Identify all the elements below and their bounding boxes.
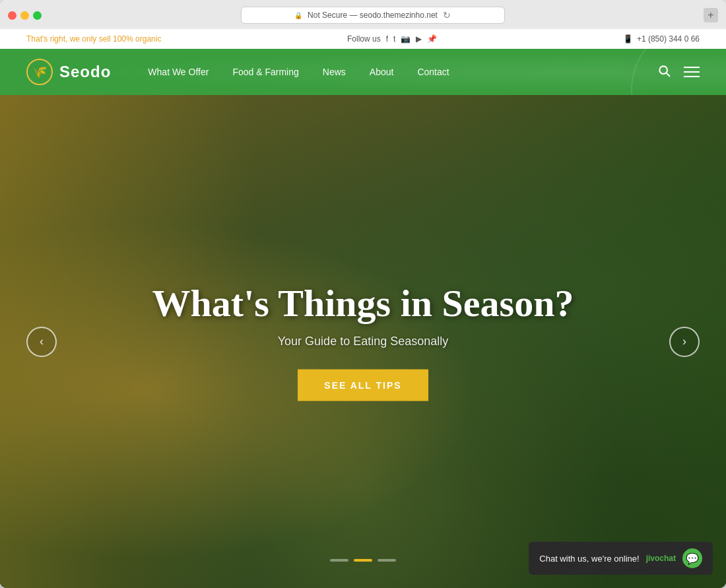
hero-section: What's Things in Season? Your Guide to E… [0, 95, 726, 588]
url-text: Not Secure — seodo.themezinho.net [308, 11, 438, 20]
hero-dot-3[interactable] [378, 559, 396, 562]
browser-window: 🔒 Not Secure — seodo.themezinho.net ↻ + … [0, 0, 726, 588]
youtube-icon[interactable]: ▶ [416, 34, 422, 44]
next-arrow-icon: › [682, 335, 686, 348]
chat-brand: jivochat [646, 554, 676, 563]
hero-dot-2[interactable] [354, 559, 372, 562]
website: That's right, we only sell 100% organic … [0, 29, 726, 588]
social-icons: f t 📷 ▶ 📌 [386, 34, 438, 44]
svg-line-1 [667, 73, 670, 76]
chat-message: Chat with us, we're online! [539, 554, 639, 564]
svg-point-0 [659, 66, 667, 74]
hero-cta-button[interactable]: SEE ALL TIPS [298, 370, 428, 401]
instagram-icon[interactable]: 📷 [401, 34, 411, 44]
new-tab-button[interactable]: + [704, 8, 718, 22]
refresh-icon[interactable]: ↻ [443, 10, 451, 20]
hero-dots [330, 559, 396, 562]
logo[interactable]: 🌾 Seodo [26, 59, 111, 85]
minimize-dot[interactable] [20, 11, 29, 20]
hero-dot-1[interactable] [330, 559, 348, 562]
search-icon[interactable] [657, 64, 671, 81]
prev-arrow-icon: ‹ [40, 335, 44, 348]
promo-text: That's right, we only sell 100% organic [26, 34, 161, 44]
nav-news[interactable]: News [312, 61, 356, 82]
facebook-icon[interactable]: f [386, 34, 388, 44]
maximize-dot[interactable] [33, 11, 42, 20]
nav-contact[interactable]: Contact [407, 61, 459, 82]
address-bar[interactable]: 🔒 Not Secure — seodo.themezinho.net ↻ [241, 7, 505, 24]
hero-prev-button[interactable]: ‹ [26, 327, 57, 357]
top-bar: That's right, we only sell 100% organic … [0, 29, 726, 49]
browser-chrome: 🔒 Not Secure — seodo.themezinho.net ↻ + [0, 0, 726, 29]
nav-links: What We Offer Food & Farming News About … [137, 61, 657, 82]
chat-icon: 💬 [682, 548, 702, 568]
nav-actions [657, 64, 700, 81]
navbar: 🌾 Seodo What We Offer Food & Farming New… [0, 49, 726, 95]
hamburger-menu-icon[interactable] [684, 67, 700, 77]
follow-label: Follow us [347, 34, 381, 44]
logo-icon: 🌾 [26, 59, 53, 85]
phone-icon: 📱 [623, 34, 633, 44]
pinterest-icon[interactable]: 📌 [427, 34, 437, 44]
logo-text: Seodo [59, 63, 111, 81]
social-section: Follow us f t 📷 ▶ 📌 [347, 34, 437, 44]
chat-widget[interactable]: Chat with us, we're online! jivochat 💬 [529, 542, 713, 575]
nav-food-farming[interactable]: Food & Farming [222, 61, 309, 82]
phone-section: 📱 +1 (850) 344 0 66 [623, 34, 700, 44]
hero-title: What's Things in Season? [73, 282, 653, 324]
phone-number: +1 (850) 344 0 66 [637, 34, 700, 44]
lock-icon: 🔒 [294, 12, 302, 19]
twitter-icon[interactable]: t [393, 34, 395, 44]
hero-subtitle: Your Guide to Eating Seasonally [73, 335, 653, 348]
nav-what-we-offer[interactable]: What We Offer [137, 61, 219, 82]
nav-about[interactable]: About [359, 61, 405, 82]
hero-content: What's Things in Season? Your Guide to E… [73, 282, 653, 401]
close-dot[interactable] [8, 11, 16, 20]
browser-dots [8, 11, 42, 20]
hero-next-button[interactable]: › [669, 327, 700, 357]
